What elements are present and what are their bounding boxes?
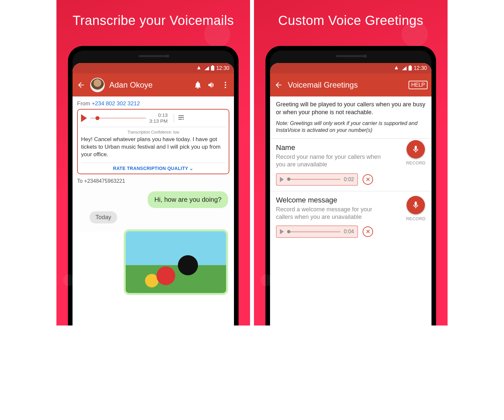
- contact-name: Adan Okoye: [109, 80, 189, 90]
- to-line: To +2348475963221: [77, 174, 229, 188]
- screen-title: Voicemail Greetings: [288, 80, 404, 90]
- notification-bell-icon[interactable]: [193, 80, 202, 90]
- voicemail-card: 0:13 3:13 PM Transcription Confidence: l…: [77, 109, 229, 174]
- app-bar: Adan Okoye: [73, 74, 234, 96]
- from-line: From +234 802 302 3212: [77, 100, 229, 109]
- panel-title-right: Custom Voice Greetings: [254, 0, 448, 38]
- record-label: RECORD: [406, 216, 426, 221]
- play-button[interactable]: [81, 114, 87, 122]
- battery-icon: [409, 66, 412, 71]
- phone-frame: 12:30 Voicemail Greetings HELP Greeting …: [265, 46, 436, 326]
- rate-transcription-button[interactable]: RATE TRANSCRIPTION QUALITY ⌄: [81, 162, 225, 171]
- back-button[interactable]: [274, 80, 283, 90]
- record-name-button[interactable]: [407, 140, 425, 158]
- seek-bar[interactable]: [287, 179, 341, 180]
- record-label: RECORD: [406, 160, 426, 165]
- phone-frame: 12:30 Adan Okoye: [68, 46, 239, 326]
- delete-name-button[interactable]: ✕: [363, 174, 373, 185]
- status-time: 12:30: [216, 65, 229, 71]
- overflow-menu-icon[interactable]: [221, 80, 230, 90]
- app-bar: Voicemail Greetings HELP: [270, 74, 431, 96]
- audio-duration: 0:13: [149, 112, 168, 118]
- record-welcome-button[interactable]: [407, 196, 425, 214]
- name-audio-player[interactable]: 0:02: [276, 173, 358, 186]
- seek-bar[interactable]: [90, 117, 146, 119]
- back-button[interactable]: [76, 80, 86, 90]
- greeting-info: Greeting will be played to your callers …: [270, 96, 431, 138]
- avatar[interactable]: [90, 78, 105, 92]
- audio-duration: 0:02: [344, 177, 354, 182]
- promo-panel-right: Custom Voice Greetings 12:30 Voic: [254, 0, 448, 326]
- speaker-icon[interactable]: [207, 80, 216, 90]
- outgoing-message-bubble[interactable]: Hi, how are you doing?: [148, 191, 228, 208]
- audio-timestamp: 3:13 PM: [149, 118, 168, 124]
- section-title: Welcome message: [276, 196, 426, 204]
- status-bar: 12:30: [73, 63, 234, 74]
- signal-icon: [402, 66, 407, 70]
- image-message-bubble[interactable]: [124, 229, 228, 295]
- battery-icon: [211, 66, 214, 71]
- svg-point-1: [225, 84, 226, 86]
- section-name: RECORD Name Record your name for your ca…: [270, 138, 431, 191]
- svg-point-0: [225, 82, 226, 83]
- transcription-confidence: Transcription Confidence: low: [81, 130, 225, 135]
- from-number[interactable]: +234 802 302 3212: [92, 100, 140, 107]
- delete-welcome-button[interactable]: ✕: [363, 226, 373, 237]
- help-button[interactable]: HELP: [409, 81, 428, 89]
- section-welcome: RECORD Welcome message Record a welcome …: [270, 191, 431, 243]
- app-screen-left: 12:30 Adan Okoye: [73, 63, 234, 326]
- play-icon: [280, 229, 284, 234]
- section-subtitle: Record a welcome message for your caller…: [276, 206, 426, 221]
- transcription-toggle-icon[interactable]: [174, 114, 183, 122]
- seek-bar[interactable]: [287, 231, 341, 232]
- wifi-icon: [395, 66, 400, 70]
- section-title: Name: [276, 143, 426, 152]
- day-separator: Today: [90, 211, 117, 223]
- chevron-down-icon: ⌄: [189, 166, 193, 171]
- section-subtitle: Record your name for your callers when y…: [276, 153, 426, 169]
- greeting-note: Note: Greetings will only work if your c…: [276, 120, 426, 134]
- transcript-text: Hey! Cancel whatever plans you have toda…: [81, 135, 225, 160]
- play-icon: [280, 177, 284, 182]
- signal-icon: [204, 66, 209, 70]
- panel-title-left: Transcribe your Voicemails: [56, 0, 250, 38]
- welcome-audio-player[interactable]: 0:04: [276, 225, 358, 238]
- audio-duration: 0:04: [344, 229, 354, 235]
- promo-panel-left: Transcribe your Voicemails 12:30: [56, 0, 250, 326]
- app-screen-right: 12:30 Voicemail Greetings HELP Greeting …: [270, 63, 431, 326]
- svg-point-2: [225, 87, 226, 88]
- status-time: 12:30: [414, 65, 427, 71]
- wifi-icon: [197, 66, 202, 70]
- status-bar: 12:30: [270, 63, 431, 74]
